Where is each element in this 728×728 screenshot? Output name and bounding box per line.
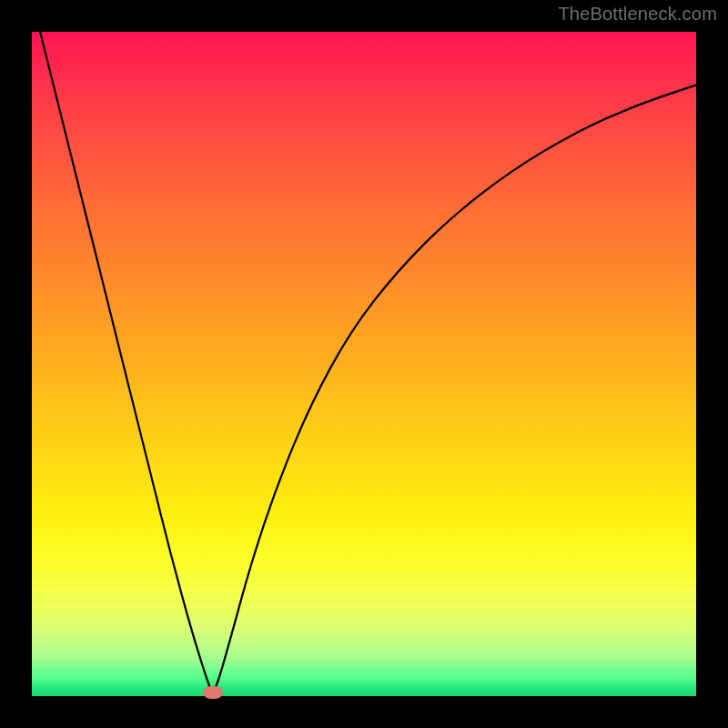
bottleneck-curve	[32, 32, 696, 696]
chart-frame: TheBottleneck.com	[0, 0, 728, 728]
curve-path	[32, 0, 696, 691]
optimal-point-marker	[203, 686, 223, 699]
plot-area	[32, 32, 696, 696]
watermark-text: TheBottleneck.com	[558, 4, 717, 25]
